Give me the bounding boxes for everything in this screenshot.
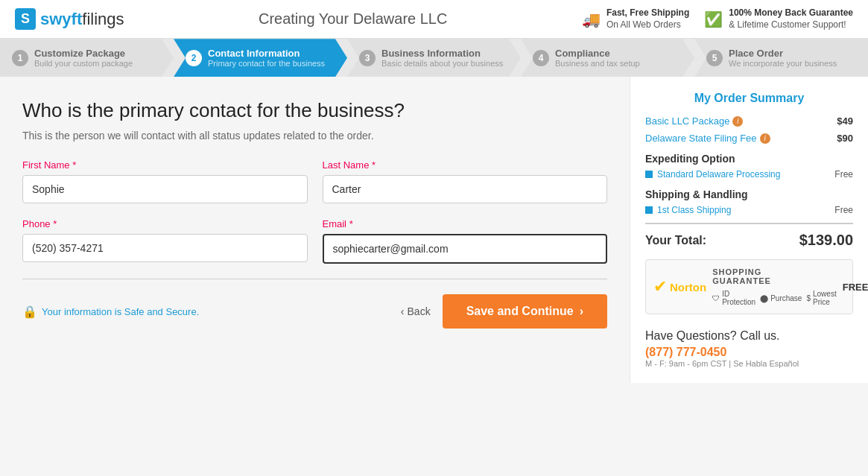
norton-text-area: SHOPPING GUARANTEE 🛡 ID Protection ⬤ Pur… (712, 267, 837, 306)
norton-box: ✔ Norton SHOPPING GUARANTEE 🛡 ID Protect… (645, 259, 853, 314)
first-name-input[interactable] (22, 175, 308, 203)
call-heading: Have Questions? Call us. (645, 329, 853, 343)
last-name-input[interactable] (323, 175, 608, 203)
first-name-label: First Name * (22, 159, 308, 171)
order-sidebar: My Order Summary Basic LLC Package i $49… (630, 77, 868, 383)
header-title: Creating Your Delaware LLC (259, 10, 448, 28)
name-row: First Name * Last Name * (22, 159, 607, 203)
logo-text: swyftfilings (40, 10, 124, 29)
state-fee-line: Delaware State Filing Fee i $90 (645, 133, 853, 144)
step-5-info: Place Order We incorporate your business (729, 48, 837, 68)
std-processing-price: Free (834, 169, 853, 180)
state-fee-price: $90 (837, 133, 853, 144)
step-1[interactable]: 1 Customize Package Build your custom pa… (0, 39, 174, 77)
email-label: Email * (323, 218, 608, 229)
norton-lowest-badge: $ Lowest Price (806, 290, 836, 306)
step-2-sub: Primary contact for the business (208, 59, 325, 68)
logo-icon: S (15, 8, 36, 30)
total-label: Your Total: (645, 234, 706, 247)
chevron-right-icon: › (580, 305, 583, 318)
first-class-line: 1st Class Shipping Free (645, 205, 853, 215)
norton-guarantee-text: GUARANTEE (712, 276, 837, 285)
step-3-num: 3 (359, 50, 376, 66)
step-3-title: Business Information (381, 48, 503, 59)
norton-id-badge: 🛡 ID Protection (712, 290, 755, 306)
dot-icon: ⬤ (760, 294, 768, 302)
std-processing-label: Standard Delaware Processing (645, 169, 780, 180)
step-5-sub: We incorporate your business (729, 59, 837, 68)
step-3-sub: Basic details about your business (381, 59, 503, 68)
step-5-num: 5 (706, 50, 723, 66)
step-2-title: Contact Information (208, 48, 325, 59)
step-5[interactable]: 5 Place Order We incorporate your busine… (694, 39, 868, 77)
step-1-sub: Build your custom package (34, 59, 133, 68)
step-3[interactable]: 3 Business Information Basic details abo… (347, 39, 521, 77)
guarantee-badge: ✅ 100% Money Back Guarantee & Lifetime C… (704, 7, 853, 31)
step-1-num: 1 (12, 50, 28, 66)
step-4-num: 4 (533, 50, 549, 66)
basic-llc-price: $49 (837, 115, 853, 127)
step-4-title: Compliance (555, 48, 640, 59)
expediting-section-label: Expediting Option (645, 153, 853, 165)
order-summary-title: My Order Summary (645, 92, 853, 105)
step-4[interactable]: 4 Compliance Business and tax setup (521, 39, 694, 77)
lock-icon: 🔒 (22, 305, 37, 319)
shipping-section-label: Shipping & Handling (645, 188, 853, 200)
std-processing-line: Standard Delaware Processing Free (645, 169, 853, 180)
email-group: Email * (323, 218, 608, 264)
first-class-label: 1st Class Shipping (645, 205, 731, 215)
first-class-price: Free (834, 205, 853, 215)
email-input[interactable] (323, 234, 608, 264)
secure-text: 🔒 Your information is Safe and Secure. (22, 305, 199, 319)
step-5-title: Place Order (729, 48, 837, 59)
form-divider (22, 279, 607, 279)
shield-icon: 🛡 (712, 294, 720, 302)
page-heading: Who is the primary contact for the busin… (22, 99, 607, 122)
state-fee-label: Delaware State Filing Fee i (645, 133, 770, 144)
step-2[interactable]: 2 Contact Information Primary contact fo… (174, 39, 347, 77)
basic-llc-label: Basic LLC Package i (645, 115, 743, 127)
footer-actions: ‹ Back Save and Continue › (401, 294, 607, 329)
basic-llc-info-icon[interactable]: i (732, 116, 743, 127)
call-section: Have Questions? Call us. (877) 777-0450 … (645, 329, 853, 368)
truck-icon: 🚚 (582, 10, 601, 28)
guarantee-badge-text: 100% Money Back Guarantee & Lifetime Cus… (729, 7, 853, 31)
check-circle-icon: ✅ (704, 10, 723, 28)
save-continue-button[interactable]: Save and Continue › (443, 294, 607, 329)
total-line: Your Total: $139.00 (645, 223, 853, 249)
back-button[interactable]: ‹ Back (401, 305, 431, 317)
last-name-label: Last Name * (323, 159, 608, 171)
norton-purchase-badge: ⬤ Purchase (760, 290, 802, 306)
phone-group: Phone * (22, 218, 308, 264)
step-1-title: Customize Package (34, 48, 133, 59)
main-layout: Who is the primary contact for the busin… (0, 77, 868, 383)
total-price: $139.00 (799, 232, 853, 249)
call-hours: M - F: 9am - 6pm CST | Se Habla Español (645, 359, 853, 368)
dollar-icon: $ (806, 294, 811, 302)
norton-badges: 🛡 ID Protection ⬤ Purchase $ Lowest Pric… (712, 290, 837, 306)
state-fee-info-icon[interactable]: i (760, 133, 770, 144)
shipping-badge-text: Fast, Free Shipping On All Web Orders (606, 7, 689, 31)
norton-shopping-text: SHOPPING (712, 267, 837, 276)
step-1-info: Customize Package Build your custom pack… (34, 48, 133, 68)
step-3-info: Business Information Basic details about… (381, 48, 503, 68)
first-name-group: First Name * (22, 159, 308, 203)
step-4-sub: Business and tax setup (555, 59, 640, 68)
header: S swyftfilings Creating Your Delaware LL… (0, 0, 868, 39)
last-name-group: Last Name * (323, 159, 608, 203)
progress-steps: 1 Customize Package Build your custom pa… (0, 39, 868, 77)
logo[interactable]: S swyftfilings (15, 8, 124, 30)
norton-check-icon: ✔ (653, 277, 667, 296)
form-content: Who is the primary contact for the busin… (0, 77, 630, 383)
form-footer: 🔒 Your information is Safe and Secure. ‹… (22, 294, 607, 329)
chevron-left-icon: ‹ (401, 305, 405, 317)
call-number[interactable]: (877) 777-0450 (645, 346, 853, 359)
phone-input[interactable] (22, 234, 308, 262)
norton-free-label: FREE (843, 282, 868, 293)
shipping-badge: 🚚 Fast, Free Shipping On All Web Orders (582, 7, 689, 31)
page-subtext: This is the person we will contact with … (22, 130, 607, 142)
contact-row: Phone * Email * (22, 218, 607, 264)
step-2-num: 2 (186, 50, 202, 66)
basic-llc-line: Basic LLC Package i $49 (645, 115, 853, 127)
phone-label: Phone * (22, 218, 308, 229)
